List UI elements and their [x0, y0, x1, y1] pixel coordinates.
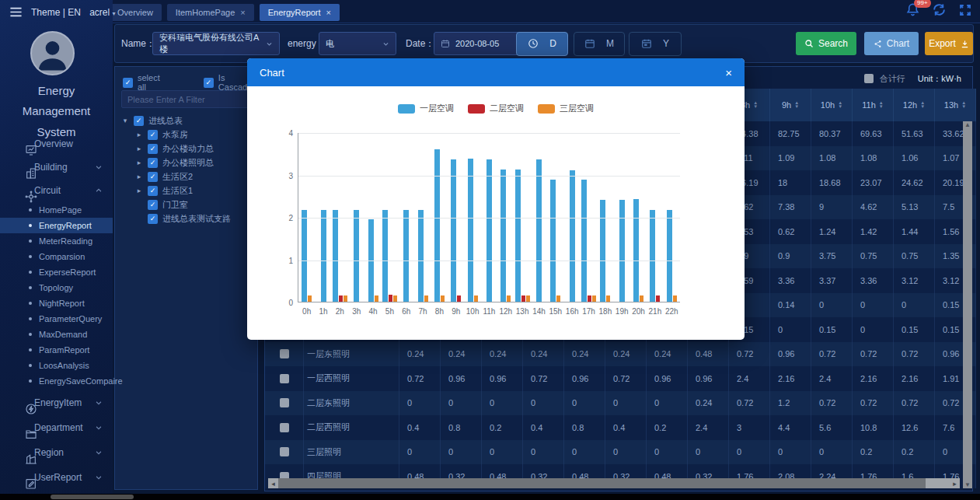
- sidebar-item-loosanalysis[interactable]: LoosAnalysis: [0, 358, 113, 373]
- tree-node-办公楼动力总[interactable]: ▸✓办公楼动力总: [115, 142, 257, 156]
- user-menu[interactable]: acrel: [89, 7, 110, 18]
- tree-node-办公楼照明总[interactable]: ▸✓办公楼照明总: [115, 156, 257, 170]
- header-col-12h[interactable]: 12h▲▼: [894, 89, 935, 121]
- name-select[interactable]: 安科瑞电气股份有线公司A楼: [152, 32, 280, 55]
- tree-node-进线总表[interactable]: ▾✓进线总表: [115, 114, 257, 128]
- sort-icon[interactable]: ▲▼: [794, 101, 799, 109]
- sidebar-item-energysavecompaire[interactable]: EnergySaveCompaire: [0, 373, 113, 389]
- tree-node-checkbox[interactable]: ✓: [134, 116, 144, 126]
- header-col-10h[interactable]: 10h▲▼: [811, 89, 853, 121]
- header-col-label: 10h: [821, 100, 835, 110]
- caret-right-icon[interactable]: ▸: [135, 145, 143, 152]
- page-scroll-thumb[interactable]: [51, 495, 134, 499]
- row-checkbox[interactable]: [280, 423, 289, 432]
- tree-node-水泵房[interactable]: ▸✓水泵房: [115, 128, 257, 142]
- tree-node-checkbox[interactable]: ✓: [148, 144, 158, 154]
- total-row-checkbox[interactable]: [864, 74, 874, 83]
- sidebar-item-overview[interactable]: Overview: [0, 132, 113, 156]
- select-all-checkbox[interactable]: ✓: [123, 78, 133, 88]
- close-icon[interactable]: ×: [725, 66, 732, 79]
- bullet-icon: [29, 317, 32, 320]
- hamburger-menu-icon[interactable]: [9, 6, 23, 18]
- fullscreen-icon[interactable]: [958, 3, 972, 17]
- table-vertical-scrollbar[interactable]: ▲▼: [963, 121, 972, 488]
- export-button[interactable]: Export: [925, 32, 973, 55]
- cell-12h: 0.72: [894, 342, 935, 367]
- sidebar-item-energyitem[interactable]: EnergyItem: [0, 391, 113, 414]
- x-axis-label: 4h: [368, 307, 377, 316]
- caret-right-icon[interactable]: ▸: [135, 159, 143, 166]
- sidebar-item-maxdemand[interactable]: MaxDemand: [0, 327, 113, 342]
- tree-filter-input[interactable]: Please Enter A Filter: [121, 90, 253, 108]
- bar-三层空调: [375, 295, 378, 302]
- header-col-9h[interactable]: 9h▲▼: [770, 89, 811, 121]
- tree-node-checkbox[interactable]: ✓: [148, 158, 158, 168]
- sidebar-item-label: NightReport: [39, 299, 85, 308]
- sidebar-item-paramreport[interactable]: ParamReport: [0, 342, 113, 358]
- tree-node-生活区2[interactable]: ▸✓生活区2: [115, 170, 257, 184]
- tab-close-icon[interactable]: ×: [240, 8, 245, 17]
- tree-node-生活区1[interactable]: ▸✓生活区1: [115, 184, 257, 198]
- tab-itemhomepage[interactable]: ItemHomePage×: [167, 4, 254, 21]
- sidebar-item-region[interactable]: Region: [0, 441, 113, 463]
- tree-node-checkbox[interactable]: ✓: [148, 130, 158, 140]
- sidebar-item-userreport[interactable]: UserReport: [0, 466, 113, 488]
- row-checkbox[interactable]: [280, 349, 289, 358]
- x-axis-label: 6h: [402, 307, 410, 316]
- header-col-13h[interactable]: 13h▲▼: [935, 89, 976, 121]
- sort-icon[interactable]: ▲▼: [753, 101, 758, 109]
- sidebar-item-topology[interactable]: Topology: [0, 280, 113, 295]
- device-tree-panel: ✓ select all ✓ Is Cascade Please Enter A…: [114, 66, 258, 490]
- day-button[interactable]: D: [516, 32, 568, 56]
- header-col-11h[interactable]: 11h▲▼: [853, 89, 894, 121]
- tree-node-checkbox[interactable]: ✓: [148, 214, 158, 224]
- tab-close-icon[interactable]: ×: [326, 8, 331, 17]
- sidebar-item-meterreading[interactable]: MeterReading: [0, 233, 113, 249]
- is-cascade-checkbox[interactable]: ✓: [204, 78, 214, 88]
- sidebar-item-circuit[interactable]: Circuit: [0, 179, 113, 202]
- sidebar-item-energyreport[interactable]: EnergyReport: [0, 218, 113, 233]
- tab-energyreport[interactable]: EnergyReport×: [260, 4, 340, 21]
- tree-node-checkbox[interactable]: ✓: [148, 186, 158, 196]
- tree-node-门卫室[interactable]: ✓门卫室: [115, 198, 257, 212]
- energy-select[interactable]: 电: [319, 32, 396, 55]
- sidebar-item-homepage[interactable]: HomePage: [0, 202, 113, 218]
- row-checkbox[interactable]: [280, 398, 289, 407]
- row-checkbox[interactable]: [280, 374, 289, 383]
- sidebar-item-parameterquery[interactable]: ParameterQuery: [0, 311, 113, 327]
- bell-icon[interactable]: 99+: [905, 2, 920, 17]
- caret-right-icon[interactable]: ▸: [135, 173, 143, 180]
- sidebar-item-department[interactable]: Department: [0, 416, 113, 439]
- row-checkbox[interactable]: [280, 447, 289, 456]
- tab-overview[interactable]: Overview: [109, 4, 162, 21]
- bar-三层空调: [507, 295, 511, 302]
- legend-item-二层空调[interactable]: 二层空调: [468, 103, 524, 114]
- legend-item-一层空调[interactable]: 一层空调: [398, 103, 454, 114]
- sidebar-item-building[interactable]: Building: [0, 156, 113, 179]
- year-button[interactable]: Y: [629, 32, 682, 56]
- caret-right-icon[interactable]: ▸: [135, 187, 143, 194]
- caret-down-icon[interactable]: ▾: [121, 117, 129, 124]
- sort-icon[interactable]: ▲▼: [920, 101, 925, 109]
- legend-item-三层空调[interactable]: 三层空调: [538, 103, 594, 114]
- sidebar-item-expersereport[interactable]: ExperseReport: [0, 264, 113, 280]
- sort-icon[interactable]: ▲▼: [838, 101, 842, 109]
- sort-icon[interactable]: ▲▼: [879, 101, 884, 109]
- month-button[interactable]: M: [574, 32, 625, 56]
- refresh-icon[interactable]: [932, 2, 947, 17]
- tree-node-进线总表测试支路[interactable]: ✓进线总表测试支路: [115, 212, 257, 226]
- tree-node-checkbox[interactable]: ✓: [148, 172, 158, 182]
- search-button[interactable]: Search: [796, 32, 856, 55]
- horizontal-scroll-thumb[interactable]: [278, 478, 926, 488]
- tree-node-checkbox[interactable]: ✓: [148, 200, 158, 210]
- sidebar-item-comparsion[interactable]: Comparsion: [0, 249, 113, 264]
- chart-button[interactable]: Chart: [864, 32, 919, 55]
- table-horizontal-scrollbar[interactable]: ◂ ▸: [268, 478, 960, 488]
- scroll-left-icon: ◂: [268, 480, 278, 488]
- bar-三层空调: [441, 295, 445, 302]
- sidebar-item-nightreport[interactable]: NightReport: [0, 295, 113, 311]
- caret-right-icon[interactable]: ▸: [135, 131, 143, 138]
- date-input[interactable]: 2020-08-05: [434, 32, 527, 55]
- sort-icon[interactable]: ▲▼: [961, 101, 966, 109]
- page-horizontal-scrollbar[interactable]: [0, 494, 980, 500]
